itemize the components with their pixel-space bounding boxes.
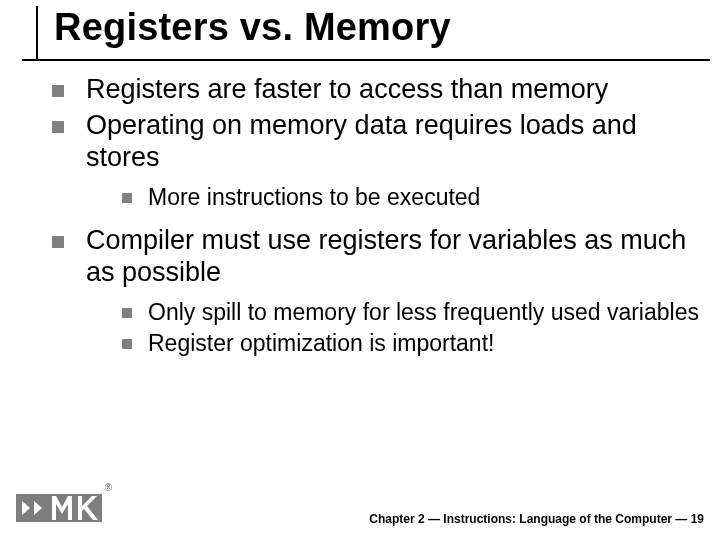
square-bullet-icon (122, 193, 132, 203)
square-bullet-icon (122, 308, 132, 318)
bullet-text: Only spill to memory for less frequently… (148, 299, 700, 327)
slide-footer: ® Chapter 2 — Instructions: Language of … (16, 488, 704, 528)
list-item: Compiler must use registers for variable… (52, 225, 700, 358)
list-item: Only spill to memory for less frequently… (122, 299, 700, 327)
slide-title: Registers vs. Memory (22, 6, 710, 59)
list-item: More instructions to be executed (122, 184, 700, 212)
registered-trademark-icon: ® (105, 482, 112, 493)
square-bullet-icon (122, 339, 132, 349)
square-bullet-icon (52, 85, 64, 97)
square-bullet-icon (52, 236, 64, 248)
footer-chapter-text: Chapter 2 — Instructions: Language of th… (369, 512, 704, 528)
list-item: Registers are faster to access than memo… (52, 74, 700, 106)
bullet-text: Operating on memory data requires loads … (86, 110, 700, 174)
publisher-logo: ® (16, 488, 102, 528)
slide-title-bar: Registers vs. Memory (22, 6, 710, 61)
list-item: Register optimization is important! (122, 330, 700, 358)
bullet-text: Register optimization is important! (148, 330, 700, 358)
bullet-text: Registers are faster to access than memo… (86, 74, 700, 106)
square-bullet-icon (52, 121, 64, 133)
slide-body: Registers are faster to access than memo… (52, 74, 700, 372)
title-vertical-rule (36, 6, 38, 60)
bullet-text: More instructions to be executed (148, 184, 700, 212)
list-item: Operating on memory data requires loads … (52, 110, 700, 211)
bullet-text: Compiler must use registers for variable… (86, 225, 700, 289)
